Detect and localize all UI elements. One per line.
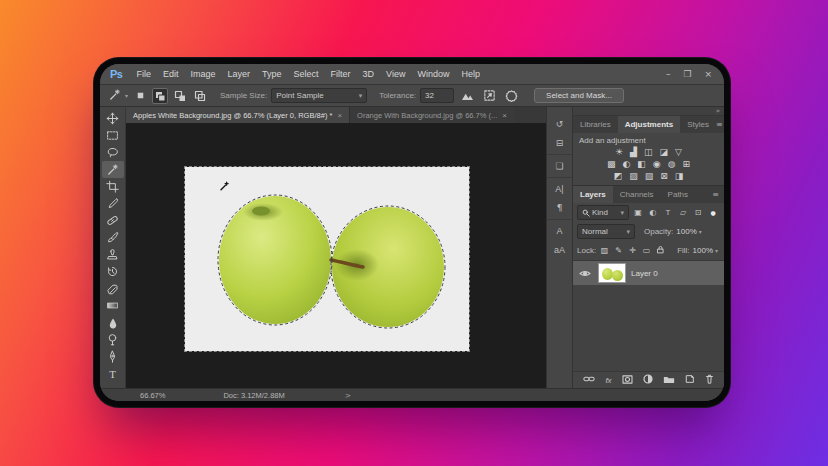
paragraph-panel-icon[interactable]: ¶ [557,203,563,213]
tab-apples-document[interactable]: Apples White Background.jpg @ 66.7% (Lay… [126,107,349,123]
eraser-tool[interactable] [102,280,124,297]
fill-dropdown[interactable]: 100% ▾ [693,246,718,255]
tab-adjustments[interactable]: Adjustments [618,116,680,133]
menu-3d[interactable]: 3D [357,69,381,79]
blend-mode-dropdown[interactable]: Normal ▾ [577,224,635,239]
paragraph-styles-panel-icon[interactable]: aA [554,245,565,255]
lock-position-icon[interactable]: ✛ [627,246,638,255]
filter-shape-layers-icon[interactable]: ▱ [677,208,689,217]
black-white-icon[interactable]: ◧ [637,159,646,169]
curves-icon[interactable]: ◫ [644,147,653,157]
spot-healing-brush-tool[interactable] [102,212,124,229]
color-lookup-icon[interactable]: ⊞ [683,159,691,169]
menu-filter[interactable]: Filter [325,69,357,79]
selective-color-icon[interactable]: ⊠ [660,171,668,181]
add-to-selection-button[interactable] [152,88,168,104]
new-selection-button[interactable] [132,88,148,104]
photo-filter-icon[interactable]: ◉ [653,159,661,169]
vibrance-icon[interactable]: ▽ [675,147,682,157]
add-layer-mask-icon[interactable] [622,375,633,386]
menu-edit[interactable]: Edit [157,69,185,79]
brightness-contrast-icon[interactable]: ☀ [615,147,623,157]
tolerance-input[interactable]: 32 [420,88,454,103]
new-adjustment-layer-icon[interactable] [643,374,653,386]
layer-thumbnail[interactable] [598,263,626,283]
intersect-selection-button[interactable] [192,88,208,104]
tab-styles[interactable]: Styles [680,116,716,133]
sample-size-dropdown[interactable]: Point Sample ▾ [271,88,367,103]
tab-close-icon[interactable]: × [337,111,342,120]
eyedropper-tool[interactable] [102,195,124,212]
filter-type-layers-icon[interactable]: T [662,208,674,217]
panel-menu-icon[interactable]: ≡ [712,190,724,199]
dodge-tool[interactable] [102,331,124,348]
select-and-mask-button[interactable]: Select and Mask... [534,88,624,103]
invert-icon[interactable]: ◩ [614,171,623,181]
subtract-from-selection-button[interactable] [172,88,188,104]
tab-channels[interactable]: Channels [613,186,661,203]
menu-layer[interactable]: Layer [222,69,257,79]
restore-button[interactable]: ❐ [683,69,691,79]
menu-help[interactable]: Help [455,69,486,79]
filter-pixel-layers-icon[interactable]: ▣ [632,208,644,217]
freeform-selection-icon[interactable] [502,88,520,104]
color-balance-icon[interactable]: ◐ [622,159,630,169]
layer-style-fx-icon[interactable]: fx [605,376,611,385]
tab-libraries[interactable]: Libraries [573,116,618,133]
collapse-dock-icon[interactable]: » [716,107,720,115]
threshold-icon[interactable]: ▧ [645,171,654,181]
menu-view[interactable]: View [380,69,411,79]
panel-menu-icon[interactable]: ≡ [716,120,724,129]
sample-all-layers-icon[interactable] [458,88,476,104]
tab-orange-document[interactable]: Orange With Background.jpg @ 66.7% (... … [349,107,514,123]
filter-kind-dropdown[interactable]: Kind ▾ [577,205,629,220]
menu-file[interactable]: File [130,69,157,79]
menu-window[interactable]: Window [411,69,455,79]
filter-smart-objects-icon[interactable]: ⊡ [692,208,704,217]
tab-layers[interactable]: Layers [573,186,613,203]
canvas[interactable] [126,123,546,388]
crop-tool[interactable] [102,178,124,195]
menu-select[interactable]: Select [288,69,325,79]
history-panel-icon[interactable]: ↺ [556,119,564,129]
clone-source-panel-icon[interactable]: ❏ [555,161,563,171]
layer-visibility-eye-icon[interactable] [577,269,593,278]
filter-toggle-icon[interactable]: ● [707,209,719,216]
move-tool[interactable] [102,110,124,127]
menu-type[interactable]: Type [256,69,288,79]
brush-tool[interactable] [102,229,124,246]
minimize-button[interactable]: – [666,69,671,79]
rectangular-marquee-tool[interactable] [102,127,124,144]
tool-preset-caret-icon[interactable]: ▾ [125,92,128,99]
posterize-icon[interactable]: ▨ [629,171,638,181]
filter-adjustment-layers-icon[interactable]: ◐ [647,208,659,217]
gradient-tool[interactable] [102,297,124,314]
tab-paths[interactable]: Paths [661,186,695,203]
document-with-selection[interactable] [185,167,469,351]
lasso-tool[interactable] [102,144,124,161]
blur-tool[interactable] [102,314,124,331]
layer-row[interactable]: Layer 0 [573,261,724,285]
zoom-level-field[interactable]: 66.67% [140,391,165,400]
new-group-folder-icon[interactable] [663,375,675,386]
status-options-arrow-icon[interactable]: > [345,391,351,400]
delete-layer-trash-icon[interactable] [705,374,714,386]
character-styles-panel-icon[interactable]: A [556,226,562,236]
opacity-dropdown[interactable]: 100% ▾ [676,227,701,236]
link-layers-icon[interactable] [583,375,595,385]
gradient-map-icon[interactable]: ◨ [675,171,684,181]
tab-close-icon[interactable]: × [502,111,507,120]
lock-transparency-icon[interactable]: ▨ [599,246,610,255]
channel-mixer-icon[interactable]: ◍ [668,159,676,169]
type-tool[interactable]: T [102,365,124,382]
levels-icon[interactable]: ▟ [630,147,637,157]
close-button[interactable]: × [704,69,712,79]
properties-panel-icon[interactable]: ⊟ [556,138,564,148]
tool-preset-magic-wand-icon[interactable] [108,88,121,103]
clone-stamp-tool[interactable] [102,246,124,263]
lock-image-icon[interactable]: ✎ [613,246,624,255]
history-brush-tool[interactable] [102,263,124,280]
refine-edge-icon[interactable] [480,88,498,104]
magic-wand-tool[interactable] [102,161,124,178]
new-layer-icon[interactable] [685,374,695,386]
